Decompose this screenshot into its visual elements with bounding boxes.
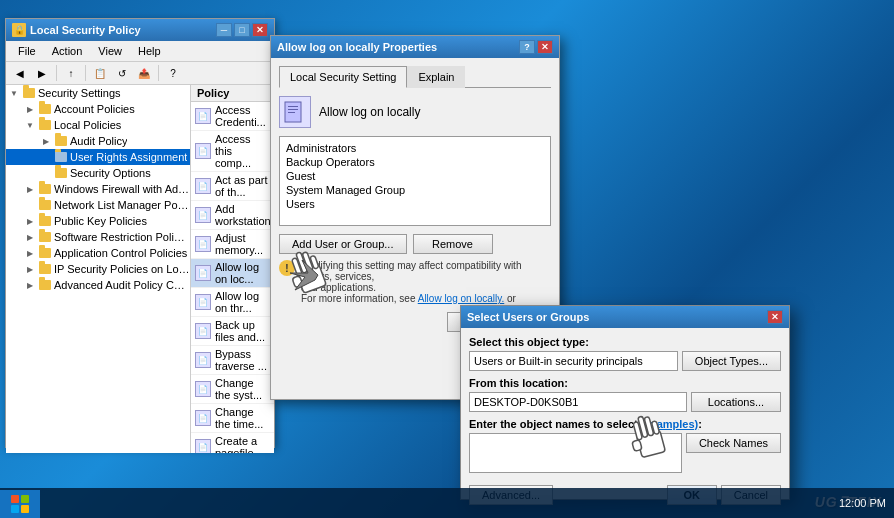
tree-label: Network List Manager Policies xyxy=(54,199,190,211)
expand-icon: ▼ xyxy=(6,89,22,98)
policy-item[interactable]: 📄 Access this comp... xyxy=(191,131,274,172)
local-security-policy-window: 🔒 Local Security Policy ─ □ ✕ File Actio… xyxy=(5,18,275,448)
tree-item-user-rights[interactable]: User Rights Assignment xyxy=(6,149,190,165)
toolbar-sep-2 xyxy=(85,65,86,81)
tab-explain[interactable]: Explain xyxy=(407,66,465,88)
export-button[interactable]: 📤 xyxy=(134,64,154,82)
policy-item[interactable]: 📄 Create a pagefile... xyxy=(191,433,274,453)
help-dialog-button[interactable]: ? xyxy=(519,40,535,54)
help-menu[interactable]: Help xyxy=(130,43,169,59)
policy-icon: 📄 xyxy=(195,207,211,223)
tree-item-advanced-audit[interactable]: ▶ Advanced Audit Policy Configuration xyxy=(6,277,190,293)
view-menu[interactable]: View xyxy=(90,43,130,59)
close-dialog-button[interactable]: ✕ xyxy=(537,40,553,54)
start-button[interactable] xyxy=(0,490,40,518)
tab-local-security-setting[interactable]: Local Security Setting xyxy=(279,66,407,88)
check-names-button[interactable]: Check Names xyxy=(686,433,781,453)
up-button[interactable]: ↑ xyxy=(61,64,81,82)
policy-item[interactable]: 📄 Change the time... xyxy=(191,404,274,433)
policy-icon: 📄 xyxy=(195,352,211,368)
logo-blue xyxy=(11,505,19,513)
policy-name-label: Allow log on locally xyxy=(319,105,420,119)
tree-item-public-key[interactable]: ▶ Public Key Policies xyxy=(6,213,190,229)
policy-item[interactable]: 📄 Back up files and... xyxy=(191,317,274,346)
warning-row: ! Modifying this setting may affect comp… xyxy=(279,260,551,304)
refresh-button[interactable]: ↺ xyxy=(112,64,132,82)
policy-item[interactable]: 📄 Allow log on thr... xyxy=(191,288,274,317)
policy-icon: 📄 xyxy=(195,108,211,124)
folder-icon xyxy=(22,86,36,100)
folder-icon xyxy=(38,278,52,292)
tree-panel[interactable]: ▼ Security Settings ▶ Account Policies ▼… xyxy=(6,85,191,453)
policy-icon: 📄 xyxy=(195,323,211,339)
policy-label: Adjust memory... xyxy=(215,232,270,256)
object-type-row: Object Types... xyxy=(469,351,781,371)
location-input[interactable] xyxy=(469,392,687,412)
allow-logon-link[interactable]: Allow log on locally. xyxy=(418,293,505,304)
tree-item-audit-policy[interactable]: ▶ Audit Policy xyxy=(6,133,190,149)
policy-item[interactable]: 📄 Change the syst... xyxy=(191,375,274,404)
remove-button[interactable]: Remove xyxy=(413,234,493,254)
locations-button[interactable]: Locations... xyxy=(691,392,781,412)
assigned-user: Administrators xyxy=(284,141,546,155)
tree-label: Public Key Policies xyxy=(54,215,147,227)
select-users-titlebar: Select Users or Groups ✕ xyxy=(461,306,789,328)
policy-item[interactable]: 📄 Act as part of th... xyxy=(191,172,274,201)
policy-label: Add workstation... xyxy=(215,203,274,227)
tree-item-local-policies[interactable]: ▼ Local Policies xyxy=(6,117,190,133)
policy-label: Allow log on loc... xyxy=(215,261,270,285)
warning-text-line2: and applications. xyxy=(301,282,376,293)
maximize-button[interactable]: □ xyxy=(234,23,250,37)
object-names-input[interactable] xyxy=(469,433,682,473)
dialog-title-buttons: ? ✕ xyxy=(519,40,553,54)
policy-item[interactable]: 📄 Adjust memory... xyxy=(191,230,274,259)
policy-label: Create a pagefile... xyxy=(215,435,270,453)
main-content-area: ▼ Security Settings ▶ Account Policies ▼… xyxy=(6,85,274,453)
tree-item-network-list[interactable]: Network List Manager Policies xyxy=(6,197,190,213)
close-select-users-button[interactable]: ✕ xyxy=(767,310,783,324)
policy-label: Access this comp... xyxy=(215,133,270,169)
folder-icon xyxy=(54,134,68,148)
add-user-group-button[interactable]: Add User or Group... xyxy=(279,234,407,254)
expand-icon: ▶ xyxy=(22,105,38,114)
policy-label: Access Credenti... xyxy=(215,104,270,128)
policy-panel: Policy 📄 Access Credenti... 📄 Access thi… xyxy=(191,85,274,453)
policy-item[interactable]: 📄 Add workstation... xyxy=(191,201,274,230)
tree-item-firewall[interactable]: ▶ Windows Firewall with Advanced Secu... xyxy=(6,181,190,197)
tree-label: Software Restriction Policies xyxy=(54,231,190,243)
close-button[interactable]: ✕ xyxy=(252,23,268,37)
file-menu[interactable]: File xyxy=(10,43,44,59)
object-type-input[interactable] xyxy=(469,351,678,371)
expand-icon: ▶ xyxy=(22,265,38,274)
tree-label: Account Policies xyxy=(54,103,135,115)
properties-button[interactable]: 📋 xyxy=(90,64,110,82)
policy-item[interactable]: 📄 Bypass traverse ... xyxy=(191,346,274,375)
logo-green xyxy=(21,495,29,503)
menubar: File Action View Help xyxy=(6,41,274,62)
policy-item-allow-logon[interactable]: 📄 Allow log on loc... xyxy=(191,259,274,288)
minimize-button[interactable]: ─ xyxy=(216,23,232,37)
policy-item[interactable]: 📄 Access Credenti... xyxy=(191,102,274,131)
examples-link[interactable]: (examples) xyxy=(641,418,698,430)
properties-dialog-titlebar: Allow log on locally Properties ? ✕ xyxy=(271,36,559,58)
tree-item-security-options[interactable]: Security Options xyxy=(6,165,190,181)
tree-item-account-policies[interactable]: ▶ Account Policies xyxy=(6,101,190,117)
policy-big-icon xyxy=(279,96,311,128)
titlebar-left: 🔒 Local Security Policy xyxy=(12,23,141,37)
assigned-user: Guest xyxy=(284,169,546,183)
back-button[interactable]: ◀ xyxy=(10,64,30,82)
svg-rect-2 xyxy=(288,109,298,110)
folder-icon xyxy=(38,102,52,116)
forward-button[interactable]: ▶ xyxy=(32,64,52,82)
assigned-user: Backup Operators xyxy=(284,155,546,169)
tree-item-ip-security[interactable]: ▶ IP Security Policies on Local Compute.… xyxy=(6,261,190,277)
properties-dialog-title: Allow log on locally Properties xyxy=(277,41,437,53)
tree-item-app-control[interactable]: ▶ Application Control Policies xyxy=(6,245,190,261)
tree-item-software-restriction[interactable]: ▶ Software Restriction Policies xyxy=(6,229,190,245)
svg-rect-1 xyxy=(288,106,298,107)
object-types-button[interactable]: Object Types... xyxy=(682,351,781,371)
tree-item-security-settings[interactable]: ▼ Security Settings xyxy=(6,85,190,101)
help-button[interactable]: ? xyxy=(163,64,183,82)
action-menu[interactable]: Action xyxy=(44,43,91,59)
main-window-titlebar: 🔒 Local Security Policy ─ □ ✕ xyxy=(6,19,274,41)
